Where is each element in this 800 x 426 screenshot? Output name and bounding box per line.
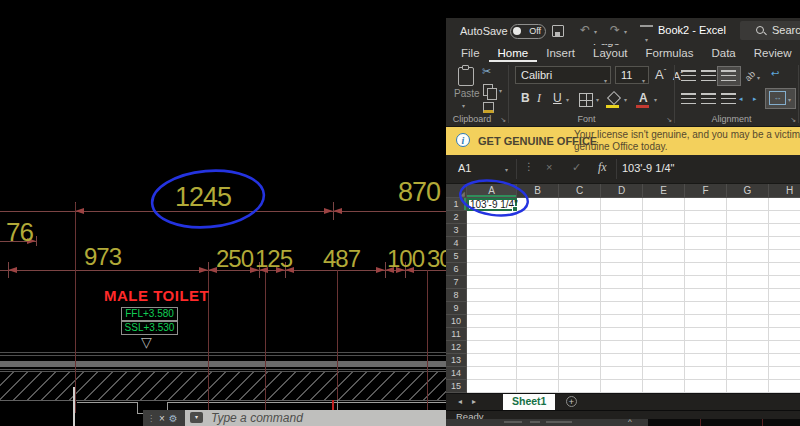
cell-H4[interactable] [769, 237, 800, 250]
cell-G11[interactable] [727, 328, 769, 341]
copy-icon[interactable] [483, 84, 493, 96]
cell-D1[interactable] [601, 198, 643, 211]
cell-B6[interactable] [517, 263, 559, 276]
column-header-E[interactable]: E [643, 184, 685, 198]
middle-align-icon[interactable] [701, 70, 716, 81]
cell-D11[interactable] [601, 328, 643, 341]
cell-G9[interactable] [727, 302, 769, 315]
cell-A12[interactable] [467, 341, 517, 354]
cell-C10[interactable] [559, 315, 601, 328]
row-header-10[interactable]: 10 [446, 315, 467, 328]
increase-indent-icon[interactable]: ▸ [753, 95, 757, 103]
cancel-icon[interactable]: × [546, 161, 552, 173]
cell-A5[interactable] [467, 250, 517, 263]
row-header-15[interactable]: 15 [446, 380, 467, 393]
cell-D5[interactable] [601, 250, 643, 263]
cell-F6[interactable] [685, 263, 727, 276]
row-header-13[interactable]: 13 [446, 354, 467, 367]
autosave-toggle[interactable]: Off [510, 24, 546, 39]
cell-B4[interactable] [517, 237, 559, 250]
cell-H8[interactable] [769, 289, 800, 302]
font-dialog-launcher-icon[interactable]: ↘ [666, 116, 672, 124]
cell-C12[interactable] [559, 341, 601, 354]
cell-H11[interactable] [769, 328, 800, 341]
borders-icon[interactable] [579, 93, 593, 107]
merge-caret-icon[interactable]: ▾ [788, 96, 791, 103]
cell-C2[interactable] [559, 211, 601, 224]
cell-E14[interactable] [643, 367, 685, 380]
insert-function-icon[interactable]: fx [598, 160, 607, 175]
cell-F2[interactable] [685, 211, 727, 224]
cell-H13[interactable] [769, 354, 800, 367]
cell-D15[interactable] [601, 380, 643, 393]
save-icon[interactable] [552, 25, 564, 37]
cell-A8[interactable] [467, 289, 517, 302]
cell-G7[interactable] [727, 276, 769, 289]
cell-C9[interactable] [559, 302, 601, 315]
cell-E2[interactable] [643, 211, 685, 224]
bottom-align-icon[interactable] [721, 70, 736, 81]
font-color-icon[interactable]: A [639, 91, 648, 105]
undo-icon[interactable]: ↶ [580, 23, 590, 37]
cell-A10[interactable] [467, 315, 517, 328]
command-prompt-icon[interactable]: ▾ [190, 412, 203, 423]
cell-B15[interactable] [517, 380, 559, 393]
tab-file[interactable]: File [452, 45, 489, 62]
cell-E3[interactable] [643, 224, 685, 237]
cell-E5[interactable] [643, 250, 685, 263]
cell-E10[interactable] [643, 315, 685, 328]
cell-H7[interactable] [769, 276, 800, 289]
cell-F1[interactable] [685, 198, 727, 211]
align-right-icon[interactable] [721, 93, 736, 104]
clipboard-dialog-launcher-icon[interactable]: ↘ [500, 116, 506, 124]
merge-center-icon[interactable]: ↔ [769, 91, 786, 105]
copy-caret-icon[interactable]: ▾ [499, 87, 502, 94]
cell-E4[interactable] [643, 237, 685, 250]
cell-D8[interactable] [601, 289, 643, 302]
sheet-nav-right-icon[interactable]: ▸ [472, 397, 476, 406]
cell-C1[interactable] [559, 198, 601, 211]
cell-E12[interactable] [643, 341, 685, 354]
cell-D6[interactable] [601, 263, 643, 276]
cell-F5[interactable] [685, 250, 727, 263]
cell-B7[interactable] [517, 276, 559, 289]
cell-F8[interactable] [685, 289, 727, 302]
row-header-7[interactable]: 7 [446, 276, 467, 289]
underline-button[interactable]: U [553, 91, 562, 105]
row-header-4[interactable]: 4 [446, 237, 467, 250]
align-center-icon[interactable] [701, 93, 716, 104]
enter-icon[interactable]: ✓ [572, 161, 581, 174]
cell-C14[interactable] [559, 367, 601, 380]
cell-G15[interactable] [727, 380, 769, 393]
fill-caret-icon[interactable]: ▾ [624, 96, 627, 103]
cell-C8[interactable] [559, 289, 601, 302]
decrease-indent-icon[interactable]: ◂ [739, 95, 743, 103]
cell-C11[interactable] [559, 328, 601, 341]
cell-D4[interactable] [601, 237, 643, 250]
cell-D12[interactable] [601, 341, 643, 354]
cad-command-input[interactable]: ▾ Type a command [185, 410, 446, 426]
sheet-tab-sheet1[interactable]: Sheet1 [503, 394, 555, 410]
cell-B11[interactable] [517, 328, 559, 341]
cell-D13[interactable] [601, 354, 643, 367]
tab-insert[interactable]: Insert [537, 45, 584, 62]
cell-H10[interactable] [769, 315, 800, 328]
cell-E7[interactable] [643, 276, 685, 289]
cell-F10[interactable] [685, 315, 727, 328]
row-header-3[interactable]: 3 [446, 224, 467, 237]
cell-E11[interactable] [643, 328, 685, 341]
cell-E8[interactable] [643, 289, 685, 302]
paste-button[interactable]: Paste [454, 88, 480, 99]
column-header-F[interactable]: F [685, 184, 727, 198]
cell-G13[interactable] [727, 354, 769, 367]
cell-H5[interactable] [769, 250, 800, 263]
cell-E9[interactable] [643, 302, 685, 315]
cell-A7[interactable] [467, 276, 517, 289]
cell-E15[interactable] [643, 380, 685, 393]
row-header-8[interactable]: 8 [446, 289, 467, 302]
cell-G14[interactable] [727, 367, 769, 380]
cell-D3[interactable] [601, 224, 643, 237]
wrap-text-icon[interactable]: ↩ [771, 68, 779, 79]
align-left-icon[interactable] [681, 93, 696, 104]
column-header-D[interactable]: D [601, 184, 643, 198]
